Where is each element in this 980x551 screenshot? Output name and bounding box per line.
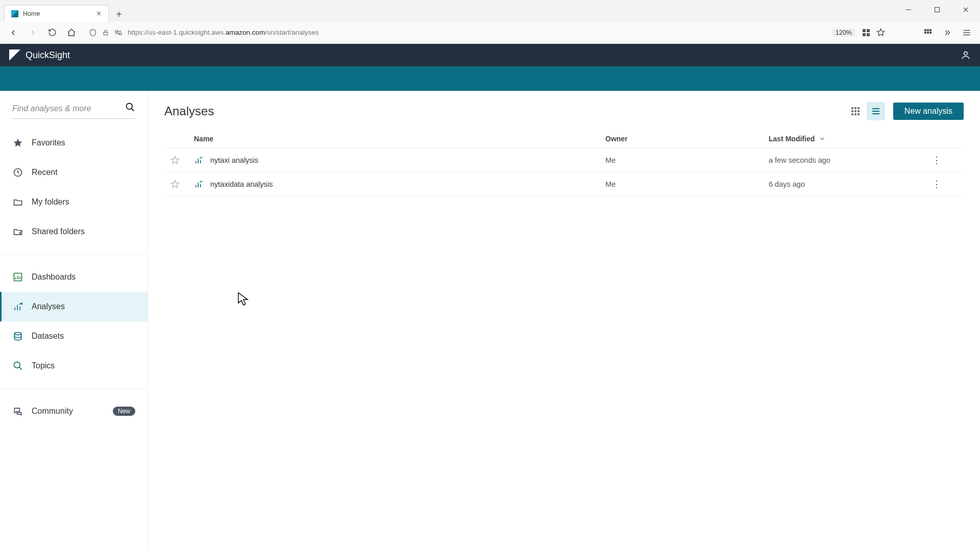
table-row[interactable]: nytaxidata analysis Me 6 days ago ⋮ bbox=[164, 172, 964, 196]
new-badge: New bbox=[113, 407, 135, 416]
sidebar-item-analyses[interactable]: Analyses bbox=[0, 292, 148, 321]
sidebar-item-label: Datasets bbox=[32, 332, 135, 341]
analysis-name: nytaxidata analysis bbox=[210, 180, 273, 188]
svg-marker-14 bbox=[877, 29, 884, 35]
svg-point-24 bbox=[964, 52, 968, 55]
browser-tab-strip: Home × + bbox=[0, 0, 980, 21]
svg-rect-45 bbox=[857, 110, 860, 112]
sidebar-item-label: Favorites bbox=[32, 138, 135, 147]
sidebar-item-recent[interactable]: Recent bbox=[0, 158, 148, 187]
tab-close-button[interactable]: × bbox=[94, 10, 103, 18]
grid-view-button[interactable] bbox=[846, 102, 865, 120]
svg-marker-56 bbox=[172, 181, 179, 188]
extensions-icon[interactable] bbox=[921, 26, 935, 40]
column-header-name[interactable]: Name bbox=[194, 135, 605, 143]
search-input[interactable] bbox=[12, 101, 135, 116]
sidebar-item-datasets[interactable]: Datasets bbox=[0, 321, 148, 351]
sidebar-item-topics[interactable]: Topics bbox=[0, 351, 148, 381]
shield-icon bbox=[89, 29, 97, 37]
column-header-modified[interactable]: Last Modified bbox=[769, 135, 932, 143]
window-minimize-button[interactable] bbox=[894, 0, 923, 19]
sidebar-item-shared-folders[interactable]: Shared folders bbox=[0, 217, 148, 246]
favorite-toggle-icon[interactable] bbox=[170, 156, 194, 165]
svg-rect-43 bbox=[851, 110, 853, 112]
svg-point-25 bbox=[127, 104, 133, 110]
quicksight-logo[interactable]: QuickSight bbox=[9, 49, 70, 61]
community-icon bbox=[12, 406, 23, 417]
row-actions-menu-icon[interactable]: ⋮ bbox=[932, 155, 941, 165]
tab-title: Home bbox=[23, 10, 90, 17]
svg-rect-13 bbox=[867, 33, 870, 36]
sidebar: Favorites Recent My folders bbox=[0, 91, 148, 551]
zoom-level[interactable]: 120% bbox=[832, 29, 855, 37]
bookmark-star-icon[interactable] bbox=[876, 28, 885, 37]
quicksight-logo-text: QuickSight bbox=[26, 50, 70, 61]
main-content: Analyses New analysis bbox=[148, 91, 980, 551]
sidebar-item-favorites[interactable]: Favorites bbox=[0, 128, 148, 158]
sidebar-item-label: My folders bbox=[32, 197, 135, 207]
svg-rect-5 bbox=[104, 32, 108, 35]
svg-rect-10 bbox=[863, 29, 866, 32]
svg-rect-20 bbox=[929, 32, 932, 34]
folder-icon bbox=[12, 196, 23, 208]
app-subheader bbox=[0, 66, 980, 91]
analysis-modified: a few seconds ago bbox=[769, 156, 932, 164]
analyses-table: Name Owner Last Modified bbox=[164, 130, 964, 196]
sidebar-item-label: Community bbox=[32, 407, 105, 416]
window-close-button[interactable] bbox=[951, 0, 980, 19]
favorite-toggle-icon[interactable] bbox=[170, 180, 194, 189]
sidebar-item-label: Topics bbox=[32, 361, 135, 370]
column-header-owner[interactable]: Owner bbox=[605, 135, 769, 143]
url-text: https://us-east-1.quicksight.aws.amazon.… bbox=[128, 29, 827, 36]
list-view-button[interactable] bbox=[867, 102, 885, 120]
analysis-item-icon bbox=[194, 180, 203, 189]
svg-rect-48 bbox=[857, 113, 860, 115]
sidebar-item-community[interactable]: Community New bbox=[0, 396, 148, 426]
sidebar-item-dashboards[interactable]: Dashboards bbox=[0, 262, 148, 292]
lock-icon bbox=[102, 29, 109, 36]
svg-rect-11 bbox=[867, 29, 870, 32]
nav-forward-button[interactable] bbox=[26, 26, 40, 40]
svg-rect-44 bbox=[854, 110, 856, 112]
new-tab-button[interactable]: + bbox=[112, 7, 126, 21]
window-maximize-button[interactable] bbox=[923, 0, 951, 19]
sidebar-item-my-folders[interactable]: My folders bbox=[0, 187, 148, 217]
search-icon[interactable] bbox=[125, 102, 135, 112]
analysis-owner: Me bbox=[605, 180, 769, 188]
browser-address-bar: https://us-east-1.quicksight.aws.amazon.… bbox=[0, 21, 980, 44]
svg-rect-19 bbox=[927, 32, 929, 34]
svg-marker-27 bbox=[14, 139, 22, 147]
quicksight-logo-icon bbox=[9, 49, 20, 61]
hamburger-menu-icon[interactable] bbox=[960, 26, 974, 40]
table-row[interactable]: nytaxi analysis Me a few seconds ago ⋮ bbox=[164, 148, 964, 172]
tab-favicon-icon bbox=[11, 10, 19, 18]
url-bar[interactable]: https://us-east-1.quicksight.aws.amazon.… bbox=[84, 24, 890, 41]
permissions-icon bbox=[114, 29, 122, 37]
svg-rect-6 bbox=[115, 31, 118, 32]
svg-marker-52 bbox=[172, 157, 179, 164]
svg-rect-7 bbox=[119, 33, 121, 34]
svg-rect-40 bbox=[851, 107, 853, 109]
sidebar-item-label: Recent bbox=[32, 168, 135, 177]
star-filled-icon bbox=[12, 137, 23, 148]
topics-icon bbox=[12, 360, 23, 371]
clock-icon bbox=[12, 167, 23, 178]
new-analysis-button[interactable]: New analysis bbox=[893, 103, 964, 120]
row-actions-menu-icon[interactable]: ⋮ bbox=[932, 179, 941, 189]
shared-folder-icon bbox=[12, 226, 23, 237]
analysis-modified: 6 days ago bbox=[769, 180, 932, 188]
reader-view-icon[interactable] bbox=[862, 29, 870, 37]
sidebar-item-label: Shared folders bbox=[32, 227, 135, 236]
nav-back-button[interactable] bbox=[6, 26, 20, 40]
svg-rect-12 bbox=[863, 33, 866, 36]
nav-reload-button[interactable] bbox=[45, 26, 59, 40]
svg-line-26 bbox=[132, 109, 134, 111]
user-profile-icon[interactable] bbox=[961, 50, 971, 60]
svg-rect-46 bbox=[851, 113, 853, 115]
overflow-icon[interactable] bbox=[940, 26, 954, 40]
browser-tab[interactable]: Home × bbox=[4, 5, 109, 21]
nav-home-button[interactable] bbox=[64, 26, 79, 40]
sidebar-item-label: Dashboards bbox=[32, 272, 135, 282]
svg-rect-41 bbox=[854, 107, 856, 109]
svg-line-39 bbox=[19, 367, 22, 370]
